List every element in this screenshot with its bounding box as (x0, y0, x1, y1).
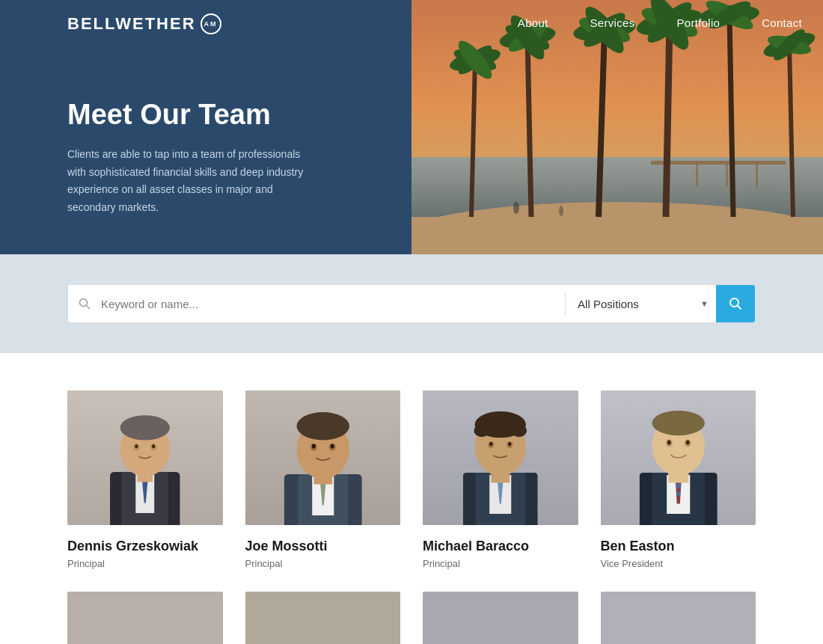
svg-rect-7 (726, 165, 728, 187)
svg-point-37 (513, 202, 519, 214)
logo-wordmark: BELLWETHER (67, 14, 196, 34)
team-name-4: Ben Easton (601, 539, 756, 554)
svg-point-38 (559, 206, 563, 216)
hero-title: Meet Our Team (67, 98, 374, 132)
svg-line-14 (527, 37, 531, 217)
team-card-4: Ben Easton Vice President (601, 390, 756, 569)
svg-point-52 (135, 444, 138, 448)
search-button[interactable] (716, 285, 755, 322)
logo-text: BELLWETHER AM (67, 13, 221, 34)
svg-rect-4 (651, 161, 786, 165)
team-grid-bottom-row (67, 592, 756, 644)
nav-services[interactable]: Services (569, 0, 656, 46)
team-section: Dennis Grzeskowiak Principal (0, 353, 823, 644)
svg-line-24 (666, 22, 670, 217)
person-illustration-4 (601, 390, 756, 525)
team-photo-bottom-1 (67, 592, 223, 644)
hero-description: Clients are able to tap into a team of p… (67, 146, 322, 217)
svg-line-40 (87, 306, 90, 309)
team-card-2: Joe Mossotti Principal (245, 390, 401, 569)
svg-rect-8 (756, 165, 758, 187)
hero-left-panel: Meet Our Team Clients are able to tap in… (0, 0, 412, 254)
svg-point-74 (474, 425, 489, 438)
team-photo-1 (67, 390, 223, 525)
team-card-3: Michael Baracco Principal (423, 390, 578, 569)
svg-marker-86 (676, 484, 680, 488)
team-photo-2 (245, 390, 401, 525)
search-bar: All Positions Principal Vice President A… (67, 284, 756, 323)
person-illustration-1 (67, 390, 223, 525)
nav-contact[interactable]: Contact (741, 0, 823, 46)
team-role-4: Vice President (601, 558, 756, 569)
svg-rect-54 (137, 473, 153, 482)
select-arrow-icon: ▼ (700, 299, 716, 308)
svg-point-65 (330, 444, 334, 449)
svg-point-61 (296, 412, 349, 440)
team-photo-3 (423, 390, 578, 525)
svg-point-89 (652, 411, 705, 435)
team-photo-bottom-4 (601, 592, 756, 644)
svg-point-49 (120, 415, 170, 440)
position-select[interactable]: All Positions Principal Vice President A… (566, 298, 700, 310)
svg-rect-3 (412, 217, 823, 254)
nav-portfolio[interactable]: Portfolio (655, 0, 741, 46)
team-name-2: Joe Mossotti (245, 539, 401, 554)
person-illustration-3 (423, 390, 578, 525)
hero-right-panel: About Services Portfolio Contact (412, 0, 823, 254)
nav-about[interactable]: About (497, 0, 569, 46)
person-illustration-2 (245, 390, 401, 525)
hero-section: BELLWETHER AM Meet Our Team Clients are … (0, 0, 823, 254)
svg-point-79 (508, 442, 511, 446)
search-section: All Positions Principal Vice President A… (0, 254, 823, 353)
svg-point-64 (311, 444, 315, 449)
team-name-3: Michael Baracco (423, 539, 578, 554)
team-photo-4 (601, 390, 756, 525)
svg-point-53 (152, 444, 155, 448)
team-photo-bottom-2 (245, 592, 401, 644)
svg-rect-6 (696, 165, 698, 187)
search-input[interactable] (101, 285, 565, 322)
svg-line-42 (738, 306, 741, 310)
team-role-3: Principal (423, 558, 578, 569)
svg-point-93 (685, 440, 689, 444)
search-icon (68, 285, 101, 322)
team-role-2: Principal (245, 558, 401, 569)
team-card-1: Dennis Grzeskowiak Principal (67, 390, 223, 569)
position-select-wrap: All Positions Principal Vice President A… (566, 285, 716, 322)
svg-rect-94 (668, 473, 688, 482)
team-photo-bottom-3 (423, 592, 578, 644)
team-grid: Dennis Grzeskowiak Principal (67, 390, 756, 569)
main-nav: About Services Portfolio Contact (497, 0, 823, 46)
svg-point-78 (489, 442, 492, 446)
svg-rect-80 (491, 473, 510, 482)
svg-marker-87 (676, 491, 680, 496)
svg-point-75 (511, 425, 527, 438)
logo-badge: AM (201, 13, 221, 34)
svg-rect-66 (313, 475, 332, 484)
team-role-1: Principal (67, 558, 223, 569)
svg-point-92 (667, 440, 670, 444)
team-name-1: Dennis Grzeskowiak (67, 539, 223, 554)
logo: BELLWETHER AM (0, 0, 221, 34)
